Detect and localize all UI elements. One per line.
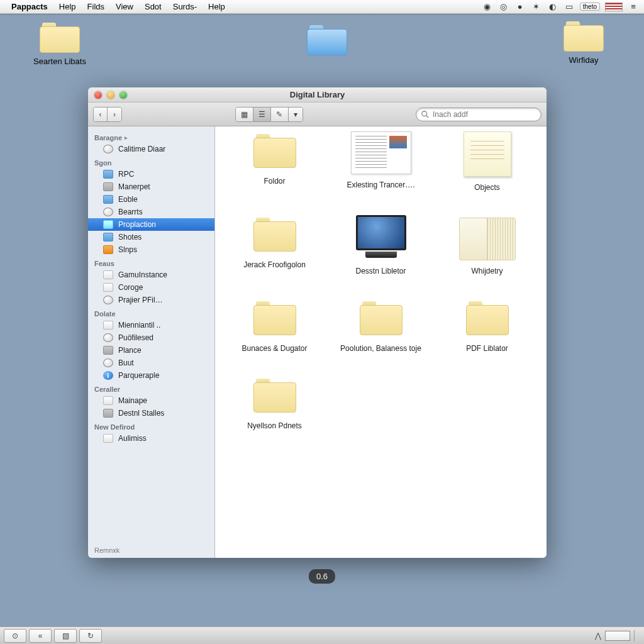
sidebar-footer: Remnxk <box>94 547 119 554</box>
tray-box[interactable] <box>605 631 630 641</box>
file-item[interactable]: Bunaces & Dugator <box>221 299 328 353</box>
file-item[interactable]: Exlesting Trancer…. <box>328 131 434 192</box>
folder-icon <box>564 21 604 52</box>
desktop-folder[interactable]: Searten Libats <box>22 23 97 66</box>
taskbar-btn-4[interactable]: ↻ <box>79 629 102 643</box>
taskbar-btn-2[interactable]: « <box>29 629 52 643</box>
file-label: Nyellson Pdnets <box>231 421 319 431</box>
back-button[interactable]: ‹ <box>94 108 108 121</box>
sidebar-section-header[interactable]: New Defirod <box>88 419 214 432</box>
info-icon: i <box>103 371 113 380</box>
zoom-button[interactable] <box>119 91 127 99</box>
taskbar: ⊙ « ▧ ↻ ⋀ <box>0 626 644 644</box>
file-item[interactable]: Objects <box>434 131 540 192</box>
sidebar-item[interactable]: Shotes <box>88 231 214 243</box>
menu-view[interactable]: View <box>116 2 133 11</box>
status-icon-5[interactable]: ◐ <box>547 2 558 12</box>
taskbar-btn-1[interactable]: ⊙ <box>4 629 26 643</box>
titlebar[interactable]: Digital Library <box>88 87 547 103</box>
status-icon-2[interactable]: ◎ <box>498 2 509 12</box>
tray-icon[interactable]: ⋀ <box>595 631 601 640</box>
file-item[interactable]: Desstn Libletor <box>328 215 434 276</box>
forward-button[interactable]: › <box>108 108 121 121</box>
status-icon-1[interactable]: ◉ <box>482 2 493 12</box>
desktop-folder-label: Searten Libats <box>33 57 86 66</box>
file-label: Whijdetry <box>443 267 531 276</box>
sidebar-item[interactable]: Slnps <box>88 243 214 256</box>
list-view-button[interactable]: ☰ <box>253 108 271 121</box>
menu-filds[interactable]: Filds <box>87 2 104 11</box>
disc-icon <box>103 145 113 153</box>
desktop-folder[interactable]: Wirfiday <box>546 21 621 65</box>
sidebar-item[interactable]: Proplaction <box>88 218 214 231</box>
sidebar-item[interactable]: Mienniantil .. <box>88 319 214 331</box>
folder-icon <box>103 182 113 191</box>
view-controls: ▦ ☰ ✎ ▾ <box>235 107 303 122</box>
file-item[interactable]: Nyellson Pdnets <box>221 376 328 431</box>
action-button[interactable]: ✎ <box>271 108 289 121</box>
file-item[interactable]: PDF Liblator <box>434 299 540 353</box>
file-grid: FoldorExlesting Trancer….ObjectsJerack F… <box>215 131 547 431</box>
svg-line-1 <box>426 115 429 118</box>
menu-sdot[interactable]: Sdot <box>145 2 162 11</box>
sidebar-item[interactable]: Plance <box>88 344 214 357</box>
close-button[interactable] <box>94 91 102 99</box>
menubar-right: ◉ ◎ ● ✶ ◐ ▭ theto ≡ <box>482 2 639 12</box>
folder-icon <box>40 23 80 53</box>
folder-icon <box>103 245 113 254</box>
desktop-folder[interactable] <box>289 25 365 59</box>
book-icon <box>459 215 516 260</box>
sidebar-item-label: Manerpet <box>118 182 150 191</box>
taskbar-btn-3[interactable]: ▧ <box>54 629 77 643</box>
sidebar-item[interactable]: RPC <box>88 168 214 180</box>
sidebar-item[interactable]: iParqueraple <box>88 369 214 382</box>
sidebar-item[interactable]: Prajier PFil… <box>88 294 214 306</box>
nav-controls: ‹ › <box>93 107 122 122</box>
menu-help-2[interactable]: Help <box>208 2 225 11</box>
menu-help[interactable]: Help <box>59 2 76 11</box>
battery-icon[interactable]: ▭ <box>564 2 575 12</box>
sidebar-item-label: Prajier PFil… <box>118 296 163 304</box>
disc-icon <box>103 358 113 367</box>
sidebar-item[interactable]: GamuInstance <box>88 269 214 281</box>
sidebar-item[interactable]: Mainape <box>88 394 214 407</box>
sidebar-item[interactable]: Puöfilesed <box>88 331 214 344</box>
menu-surds[interactable]: Surds- <box>173 2 197 11</box>
sidebar-section-header[interactable]: Feaus <box>88 256 214 269</box>
folder-icon <box>103 434 113 443</box>
bluetooth-icon[interactable]: ✶ <box>531 2 542 12</box>
sidebar-item[interactable]: Buut <box>88 357 214 369</box>
sidebar-item[interactable]: Calitime Diaar <box>88 143 214 155</box>
search-input[interactable] <box>416 108 541 121</box>
sidebar-item[interactable]: Destnl Stalles <box>88 407 214 419</box>
sidebar-item[interactable]: Manerpet <box>88 180 214 193</box>
status-pill[interactable]: theto <box>580 3 600 11</box>
doc-icon <box>351 131 411 174</box>
sidebar-section-header[interactable]: Baragne▸ <box>88 130 214 143</box>
window-controls <box>88 91 127 99</box>
sidebar-item[interactable]: Aulimiss <box>88 432 214 445</box>
file-item[interactable]: Poolution, Balaness toje <box>328 299 434 353</box>
action-menu-button[interactable]: ▾ <box>289 108 303 121</box>
sidebar-section-header[interactable]: Dolate <box>88 306 214 319</box>
sidebar-section-header[interactable]: Ceraller <box>88 382 214 394</box>
sidebar-item[interactable]: Coroge <box>88 281 214 294</box>
disc-icon <box>103 333 113 342</box>
file-item[interactable]: Jerack Froofigolon <box>221 215 328 276</box>
file-item[interactable]: Foldor <box>221 131 328 192</box>
sidebar-section-header[interactable]: Sgon <box>88 155 214 168</box>
file-browser[interactable]: FoldorExlesting Trancer….ObjectsJerack F… <box>215 126 547 558</box>
sidebar-item[interactable]: Bearrts <box>88 206 214 218</box>
menu-list-icon[interactable]: ≡ <box>628 2 639 12</box>
flag-icon[interactable] <box>605 3 623 11</box>
folder-icon <box>103 233 113 242</box>
sidebar-item-label: Eoble <box>118 195 138 204</box>
file-item[interactable]: Whijdetry <box>434 215 540 276</box>
status-icon-3[interactable]: ● <box>514 2 526 12</box>
show-desktop-button[interactable] <box>634 630 640 641</box>
icon-view-button[interactable]: ▦ <box>236 108 253 121</box>
sidebar-item[interactable]: Eoble <box>88 193 214 206</box>
app-menu[interactable]: Pappacts <box>11 2 48 11</box>
minimize-button[interactable] <box>107 91 114 99</box>
window-title: Digital Library <box>88 90 547 99</box>
